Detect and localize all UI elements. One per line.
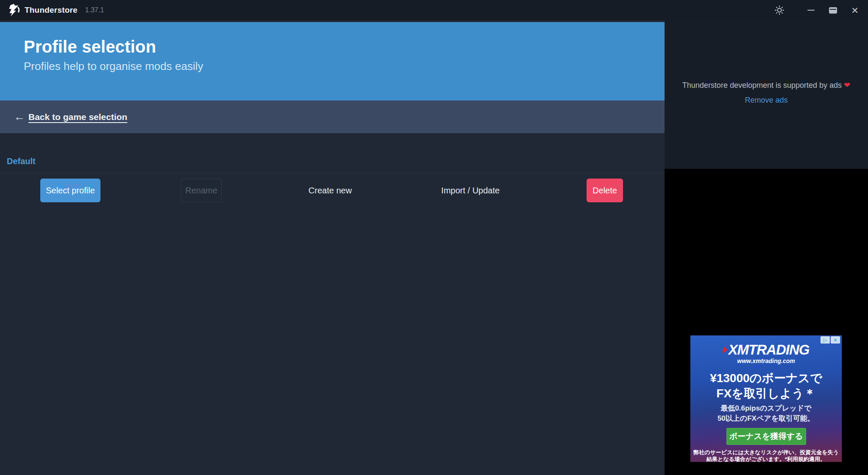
maximize-button[interactable]	[826, 0, 839, 20]
back-navigation-bar[interactable]: ← Back to game selection	[0, 101, 665, 133]
rename-button: Rename	[181, 179, 222, 202]
ad-url: www.xmtrading.com	[690, 358, 842, 364]
titlebar-brand: Thunderstore 1.37.1	[0, 4, 104, 17]
ad-disclaimer: 弊社のサービスには大きなリスクが伴い、投資元金を失う 結果となる場合がございます…	[690, 449, 842, 462]
ad-close-icon[interactable]: ✕	[831, 336, 840, 344]
window-controls: ✕	[764, 0, 868, 20]
ads-sidebar: Thunderstore development is supported by…	[665, 20, 868, 475]
adchoices-icon[interactable]: ▷	[821, 336, 830, 344]
back-to-game-selection-link[interactable]: Back to game selection	[28, 112, 127, 122]
remove-ads-link[interactable]: Remove ads	[745, 96, 787, 105]
page-header: Profile selection Profiles help to organ…	[0, 22, 665, 101]
ad-subtext-1: 最低0.6pipsのスプレッドで	[690, 403, 842, 414]
back-arrow-icon: ←	[14, 110, 28, 123]
ads-supported-label: Thunderstore development is supported by…	[682, 81, 842, 89]
ad-brand-name: XMTRADING	[729, 342, 810, 358]
advertisement-banner[interactable]: ▷ ✕ XMTRADING www.xmtrading.com ¥13000のボ…	[690, 335, 842, 462]
ad-headline-1: ¥13000のボーナスで	[690, 370, 842, 385]
theme-toggle-button[interactable]	[773, 0, 786, 20]
main-panel: Profile selection Profiles help to organ…	[0, 20, 665, 475]
select-profile-button[interactable]: Select profile	[40, 179, 100, 202]
profile-name-label: Default	[7, 156, 665, 166]
page-title: Profile selection	[24, 37, 665, 56]
create-new-button[interactable]: Create new	[303, 179, 358, 202]
divider	[0, 173, 665, 173]
ads-notice-panel: Thunderstore development is supported by…	[665, 20, 868, 169]
page-subtitle: Profiles help to organise mods easily	[24, 60, 665, 73]
app-title: Thunderstore	[25, 6, 78, 15]
ad-brand-arrow-icon	[722, 346, 728, 353]
ads-supported-text: Thunderstore development is supported by…	[682, 81, 850, 90]
minimize-button[interactable]	[804, 0, 817, 20]
maximize-icon	[829, 7, 837, 14]
app-window: Thunderstore 1.37.1	[0, 0, 868, 475]
ad-headline-2: FXを取引しよう＊	[690, 386, 842, 400]
heart-icon: ❤	[844, 81, 850, 89]
profile-actions-row: Select profile Rename Create new Import …	[0, 179, 665, 203]
ad-disclaimer-line1: 弊社のサービスには大きなリスクが伴い、投資元金を失う	[690, 449, 842, 456]
titlebar: Thunderstore 1.37.1	[0, 0, 868, 20]
ad-disclaimer-line2: 結果となる場合がございます。*利用規約適用。	[690, 456, 842, 462]
ad-subtext-2: 50以上のFXペアを取引可能。	[690, 414, 842, 424]
close-button[interactable]: ✕	[849, 0, 861, 20]
ad-cta-button[interactable]: ボーナスを獲得する	[726, 428, 806, 445]
minimize-icon	[807, 10, 815, 11]
thunderstore-logo-icon	[9, 4, 20, 17]
ad-controls: ▷ ✕	[821, 336, 840, 344]
close-icon: ✕	[851, 6, 859, 15]
sun-icon	[775, 6, 784, 15]
app-version: 1.37.1	[85, 6, 104, 14]
content-area: Profile selection Profiles help to organ…	[0, 20, 868, 475]
import-update-button[interactable]: Import / Update	[437, 179, 504, 202]
ad-brand-row: XMTRADING	[690, 342, 842, 358]
delete-button[interactable]: Delete	[587, 179, 623, 202]
